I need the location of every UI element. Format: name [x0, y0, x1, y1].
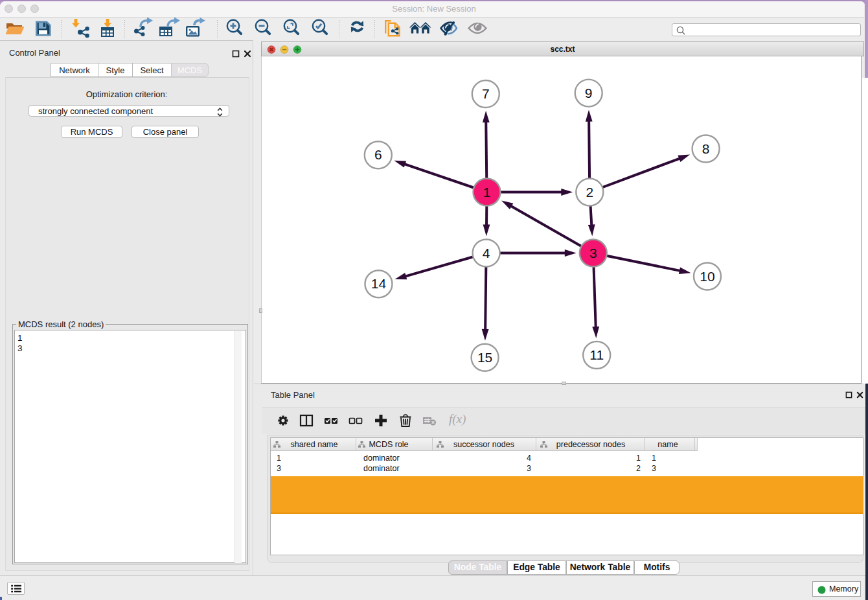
svg-text:11: 11 — [589, 347, 604, 362]
svg-text:14: 14 — [371, 276, 387, 291]
svg-text:9: 9 — [585, 86, 593, 100]
svg-text:8: 8 — [702, 141, 710, 156]
svg-text:2: 2 — [586, 185, 593, 200]
svg-text:7: 7 — [482, 86, 490, 101]
svg-text:3: 3 — [589, 246, 597, 260]
svg-text:6: 6 — [374, 147, 382, 162]
svg-text:1: 1 — [483, 185, 491, 200]
svg-text:4: 4 — [483, 246, 490, 260]
svg-text:10: 10 — [700, 269, 714, 284]
svg-text:15: 15 — [477, 350, 492, 365]
